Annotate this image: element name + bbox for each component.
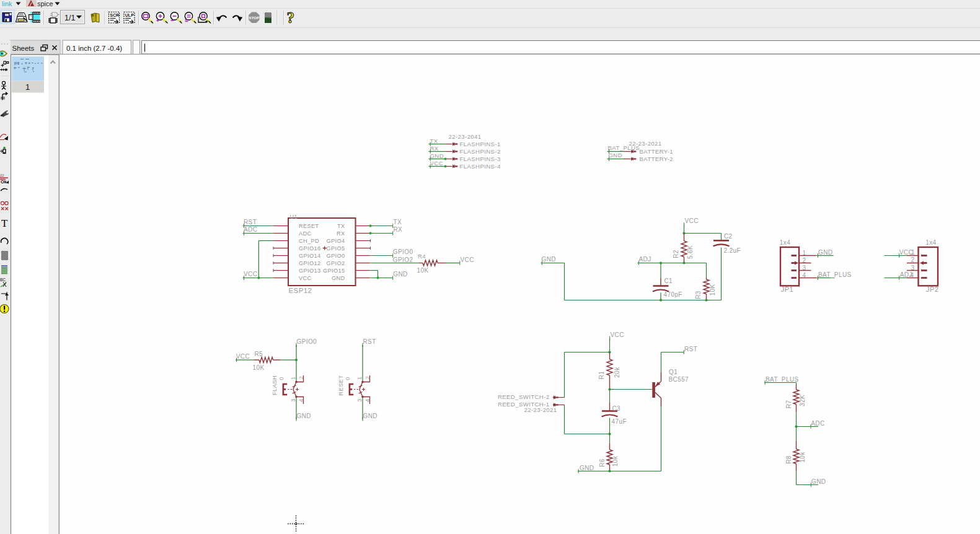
svg-text:ADC: ADC (811, 420, 824, 427)
svg-text:TX: TX (394, 219, 402, 225)
svg-text:32K: 32K (799, 395, 806, 406)
svg-text:ADC: ADC (244, 226, 257, 233)
svg-text:VCC: VCC (685, 217, 699, 224)
svg-text:GPIO2: GPIO2 (326, 260, 345, 266)
svg-text:GND: GND (430, 152, 444, 159)
svg-text:GPIO5: GPIO5 (326, 245, 345, 252)
svg-text:VCC: VCC (430, 160, 443, 167)
svg-text:U1: U1 (290, 214, 298, 220)
svg-text:FLASH: FLASH (271, 375, 278, 395)
svg-text:GPIO13: GPIO13 (299, 268, 321, 274)
svg-text:GPIO14: GPIO14 (299, 253, 321, 259)
svg-text:REED_SWITCH-2: REED_SWITCH-2 (498, 393, 550, 400)
svg-text:RESET: RESET (337, 375, 344, 395)
svg-text:JP2: JP2 (926, 286, 938, 293)
svg-text:GND: GND (818, 249, 832, 256)
svg-text:22-23-2021: 22-23-2021 (524, 406, 557, 413)
svg-text:R1: R1 (598, 371, 605, 380)
svg-text:0: 0 (344, 377, 351, 380)
svg-text:4: 4 (364, 399, 371, 403)
svg-text:GPIO15: GPIO15 (323, 268, 345, 274)
svg-text:Ok: Ok (1, 179, 7, 185)
svg-text:GPIO12: GPIO12 (299, 260, 321, 266)
svg-text:2: 2 (911, 256, 915, 263)
svg-text:C2: C2 (724, 233, 733, 240)
svg-text:47uF: 47uF (612, 418, 627, 425)
svg-text:ADJ: ADJ (900, 271, 912, 278)
svg-text:10k: 10k (612, 455, 619, 466)
svg-text:GND: GND (542, 256, 556, 263)
svg-text:ESP12: ESP12 (289, 287, 312, 294)
svg-text:2: 2 (298, 376, 304, 380)
svg-text:VCC: VCC (461, 256, 474, 263)
svg-text:FLASHPINS-3: FLASHPINS-3 (460, 155, 501, 162)
svg-text:R4: R4 (418, 253, 426, 260)
svg-text:3: 3 (356, 398, 363, 402)
svg-text:RX: RX (394, 226, 403, 233)
svg-text:VCC: VCC (299, 275, 312, 281)
svg-text:RST: RST (244, 219, 257, 225)
svg-text:TX: TX (430, 138, 438, 144)
svg-text:ADC: ADC (299, 230, 312, 237)
svg-text:RX: RX (337, 230, 345, 237)
svg-text:spice: spice (37, 0, 53, 7)
svg-text:10K: 10K (253, 364, 265, 371)
svg-text:ADJ: ADJ (639, 256, 651, 263)
svg-text:C3: C3 (612, 405, 621, 412)
svg-text:1: 1 (25, 82, 30, 92)
svg-text:VCC: VCC (244, 271, 257, 278)
svg-text:FLASHPINS-2: FLASHPINS-2 (460, 148, 501, 155)
svg-text:RST: RST (363, 338, 376, 345)
svg-text:2: 2 (364, 376, 371, 380)
svg-text:R7: R7 (785, 400, 792, 409)
svg-text:1: 1 (290, 377, 296, 380)
svg-text:GPIO2: GPIO2 (393, 256, 413, 263)
svg-text:FLASHPINS-1: FLASHPINS-1 (460, 141, 501, 147)
svg-text:CH_PD: CH_PD (299, 238, 319, 244)
svg-text:4: 4 (298, 399, 304, 403)
svg-text:GND: GND (580, 465, 594, 471)
svg-text:GPIO0: GPIO0 (393, 248, 413, 255)
svg-text:VCC: VCC (611, 331, 624, 338)
svg-text:GND: GND (609, 152, 623, 159)
svg-text:1x4: 1x4 (925, 239, 936, 246)
svg-text:STOP: STOP (249, 15, 259, 20)
svg-text:GPIO0: GPIO0 (297, 338, 317, 345)
svg-text:RESET: RESET (299, 223, 319, 229)
svg-text:2.2uF: 2.2uF (724, 247, 741, 254)
svg-text:GPIO4: GPIO4 (326, 238, 345, 244)
svg-text:JP1: JP1 (781, 286, 793, 293)
svg-text:TX: TX (337, 223, 345, 229)
svg-text:1: 1 (356, 377, 363, 380)
svg-text:GND: GND (811, 478, 826, 485)
svg-text:BATTERY-2: BATTERY-2 (640, 155, 674, 162)
svg-text:R8: R8 (785, 455, 792, 464)
svg-text:GPIO16: GPIO16 (299, 245, 321, 252)
svg-text:SCR: SCR (110, 13, 119, 17)
svg-text:BATTERY-1: BATTERY-1 (640, 148, 674, 155)
svg-text:R6: R6 (599, 458, 606, 467)
svg-text:5.6K: 5.6K (687, 245, 694, 259)
svg-text:R2: R2 (673, 250, 679, 258)
svg-text:BC: BC (0, 278, 6, 282)
svg-text:BAT_PLUS: BAT_PLUS (608, 144, 640, 151)
svg-text:GND: GND (297, 413, 311, 419)
svg-text:BC557: BC557 (669, 376, 689, 383)
svg-text:22: 22 (0, 173, 4, 177)
svg-text:R3: R3 (695, 291, 702, 299)
svg-text:VCC: VCC (236, 353, 250, 360)
svg-text:0: 0 (278, 377, 285, 380)
svg-text:GND: GND (393, 271, 407, 278)
svg-text:link: link (2, 0, 12, 7)
svg-text:GND: GND (332, 275, 345, 281)
svg-text:T: T (1, 217, 8, 229)
svg-text:GND: GND (363, 413, 377, 419)
svg-text:0.1 inch (2.7 -0.4): 0.1 inch (2.7 -0.4) (66, 45, 122, 52)
svg-text:VCC: VCC (899, 249, 913, 256)
svg-text:GPIO0: GPIO0 (326, 253, 345, 259)
svg-text:BAT_PLUS: BAT_PLUS (766, 376, 799, 383)
svg-text:FLASHPINS-4: FLASHPINS-4 (460, 163, 501, 170)
svg-text:C1: C1 (664, 278, 673, 284)
svg-text:RX: RX (430, 145, 439, 152)
svg-text:?: ? (287, 9, 295, 26)
